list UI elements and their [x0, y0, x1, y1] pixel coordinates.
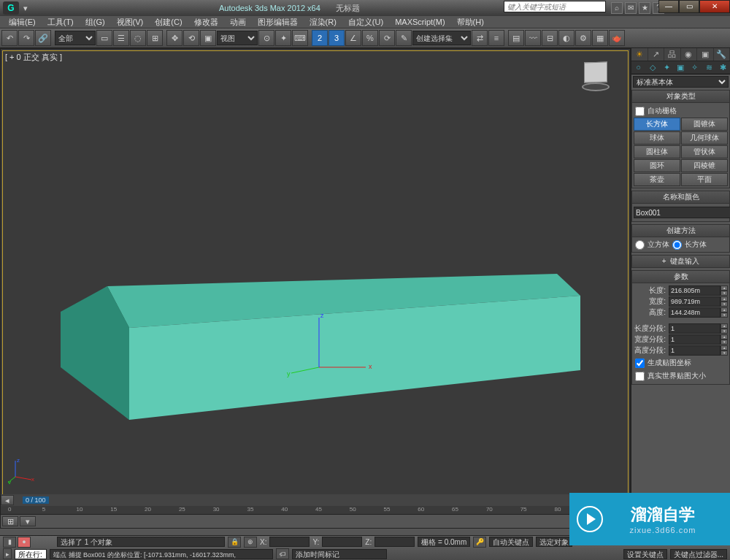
width-input[interactable] — [669, 296, 721, 307]
sub-lights-icon[interactable]: ✦ — [660, 61, 674, 74]
search-icon[interactable]: ⌕ — [611, 2, 623, 14]
manip-icon[interactable]: ✦ — [275, 30, 291, 46]
real-world-check[interactable] — [635, 372, 645, 381]
render-setup-icon[interactable]: ⚙ — [575, 30, 591, 46]
pivot-icon[interactable]: ⊙ — [258, 30, 274, 46]
undo-icon[interactable]: ↶ — [1, 30, 18, 46]
align-icon[interactable]: ≡ — [488, 30, 504, 46]
prim-sphere[interactable]: 球体 — [634, 131, 680, 145]
tab-hierarchy[interactable]: 品 — [664, 48, 681, 61]
material-icon[interactable]: ◐ — [558, 30, 575, 46]
time-tag-icon[interactable]: 🏷 — [276, 548, 289, 559]
auto-key-button[interactable]: 自动关键点 — [489, 537, 533, 547]
prim-teapot[interactable]: 茶壶 — [634, 173, 680, 186]
set-key-button[interactable]: 设置关键点 — [623, 549, 667, 559]
search-input[interactable] — [504, 1, 606, 12]
rollout-keyboard[interactable]: + 键盘输入 — [631, 255, 730, 268]
height-input[interactable] — [669, 307, 721, 318]
sub-systems-icon[interactable]: ✱ — [716, 61, 730, 74]
move-icon[interactable]: ✥ — [166, 30, 182, 46]
z-input[interactable] — [374, 537, 415, 547]
redo-icon[interactable]: ↷ — [18, 30, 34, 46]
object-name-input[interactable] — [634, 207, 730, 218]
prim-pyramid[interactable]: 四棱锥 — [681, 159, 728, 172]
track-label[interactable]: 所在行: — [15, 549, 47, 559]
mirror-icon[interactable]: ⇄ — [472, 30, 488, 46]
menu-help[interactable]: 帮助(H) — [451, 17, 490, 28]
sub-geometry-icon[interactable]: ○ — [631, 61, 645, 74]
auto-grid-check[interactable] — [635, 107, 645, 116]
render-frame-icon[interactable]: ▦ — [592, 30, 608, 46]
rotate-icon[interactable]: ⟲ — [183, 30, 199, 46]
select-icon[interactable]: ▭ — [96, 30, 112, 46]
rollout-create-method[interactable]: 创建方法 — [631, 224, 730, 237]
spin-down-icon[interactable]: ▾ — [721, 291, 728, 296]
macro-rec-icon[interactable]: ● — [18, 537, 31, 548]
track-config-icon[interactable]: ⊞ — [2, 516, 18, 526]
menu-create[interactable]: 创建(C) — [149, 17, 188, 28]
key-filter-button[interactable]: 关键点过滤器... — [670, 549, 727, 559]
track-filter-icon[interactable]: ▾ — [20, 516, 36, 526]
help-search[interactable] — [504, 1, 606, 12]
sub-space-icon[interactable]: ≋ — [702, 61, 715, 74]
snap3d-icon[interactable]: 3 — [328, 30, 345, 46]
sel-obj-drop[interactable]: 选定对象 — [536, 537, 572, 547]
rollout-name-color[interactable]: 名称和颜色 — [631, 191, 730, 204]
window-maximize[interactable]: ▭ — [679, 0, 699, 13]
angle-snap-icon[interactable]: ∠ — [345, 30, 361, 46]
lsegs-input[interactable] — [669, 323, 721, 334]
box-object[interactable]: x y z — [1, 49, 629, 502]
menu-edit[interactable]: 编辑(E) — [3, 17, 42, 28]
menu-custom[interactable]: 自定义(U) — [342, 17, 389, 28]
method-cube-radio[interactable] — [635, 240, 645, 250]
tab-motion[interactable]: ◉ — [681, 48, 698, 61]
prim-plane[interactable]: 平面 — [681, 173, 728, 186]
tab-display[interactable]: ▣ — [697, 48, 714, 61]
rollout-object-type[interactable]: 对象类型 — [631, 90, 730, 103]
tab-create[interactable]: ☀ — [631, 48, 648, 61]
comm-icon[interactable]: ✉ — [625, 2, 637, 14]
scale-icon[interactable]: ▣ — [200, 30, 216, 46]
viewport[interactable]: [ + 0 正交 真实 ] x y z z x y — [0, 48, 631, 529]
ref-coord[interactable]: 视图 — [217, 31, 258, 45]
prim-cone[interactable]: 圆锥体 — [681, 118, 728, 131]
frame-indicator[interactable]: 0 / 100 — [23, 496, 49, 504]
menu-anim[interactable]: 动画 — [224, 17, 252, 28]
star-icon[interactable]: ★ — [639, 2, 650, 14]
link-icon[interactable]: 🔗 — [35, 30, 51, 46]
menu-tools[interactable]: 工具(T) — [42, 17, 80, 28]
mini-listener-icon[interactable]: ▮ — [3, 537, 16, 548]
coord-mode-icon[interactable]: ⊕ — [244, 537, 257, 548]
menu-group[interactable]: 组(G) — [80, 17, 111, 28]
prim-torus[interactable]: 圆环 — [634, 159, 680, 172]
wsegs-input[interactable] — [669, 334, 721, 345]
sub-helpers-icon[interactable]: ✧ — [688, 61, 702, 74]
edit-named-icon[interactable]: ✎ — [396, 30, 412, 46]
y-input[interactable] — [322, 537, 362, 547]
percent-snap-icon[interactable]: % — [362, 30, 378, 46]
render-icon[interactable]: 🫖 — [609, 30, 625, 46]
length-input[interactable] — [669, 285, 721, 296]
menu-maxscript[interactable]: MAXScript(M) — [389, 18, 450, 26]
tab-modify[interactable]: ↗ — [648, 48, 665, 61]
menu-render[interactable]: 渲染(R) — [304, 17, 342, 28]
method-box-radio[interactable] — [672, 240, 682, 250]
lock-icon[interactable]: 🔒 — [228, 537, 241, 548]
layers-icon[interactable]: ▤ — [508, 30, 524, 46]
sub-cameras-icon[interactable]: ▣ — [674, 61, 688, 74]
key-icon[interactable]: 🔑 — [473, 537, 486, 548]
select-region-icon[interactable]: ◌ — [130, 30, 146, 46]
rollout-params[interactable]: 参数 — [631, 270, 730, 283]
menu-graph[interactable]: 图形编辑器 — [252, 17, 304, 28]
snap2d-icon[interactable]: 2 — [312, 30, 328, 46]
tab-utilities[interactable]: 🔧 — [714, 48, 731, 61]
prim-cylinder[interactable]: 圆柱体 — [634, 145, 680, 158]
prim-geosphere[interactable]: 几何球体 — [681, 131, 728, 145]
hsegs-input[interactable] — [669, 345, 721, 356]
named-selection[interactable]: 创建选择集 — [412, 31, 471, 45]
window-minimize[interactable]: — — [658, 0, 679, 13]
window-close[interactable]: ✕ — [699, 0, 730, 13]
schematic-icon[interactable]: ⊟ — [542, 30, 558, 46]
sub-shapes-icon[interactable]: ◇ — [645, 61, 659, 74]
selection-filter[interactable]: 全部 — [55, 31, 96, 45]
